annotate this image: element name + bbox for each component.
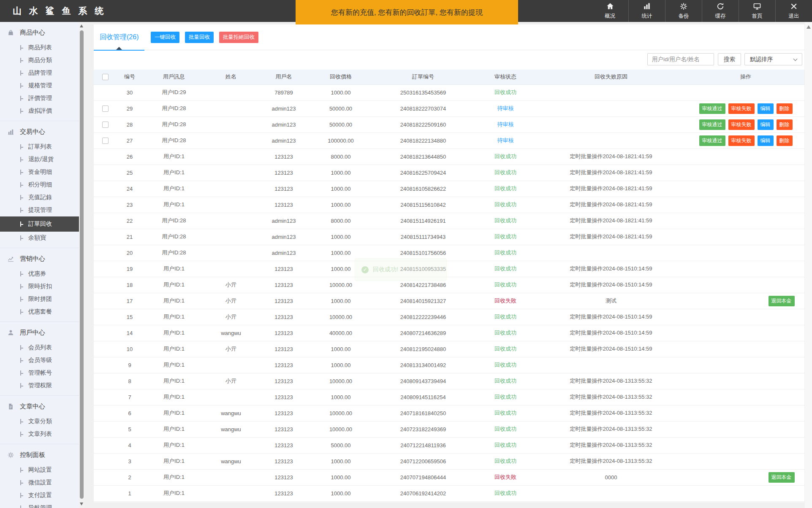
sidebar-item-商品分類[interactable]: 商品分類 — [0, 54, 79, 67]
sidebar-item-规格管理[interactable]: 规格管理 — [0, 79, 79, 92]
status-badge: 回收成功 — [476, 181, 535, 197]
one-key-recycle-button[interactable]: 一键回收 — [151, 32, 179, 43]
scroll-down-icon[interactable] — [80, 503, 83, 505]
sidebar-item-微信設置[interactable]: 微信設置 — [0, 476, 79, 489]
reject-button[interactable]: 审核失败 — [728, 135, 755, 146]
fail-reason: 测试 — [535, 293, 687, 309]
sidebar-item-积分明细[interactable]: 积分明细 — [0, 178, 79, 191]
reject-button[interactable]: 审核失败 — [728, 103, 755, 114]
edit-button[interactable]: 编辑 — [758, 103, 774, 114]
status-badge: 回收成功 — [476, 197, 535, 213]
row-checkbox[interactable] — [102, 138, 109, 144]
user-info: 用户ID:1 — [142, 149, 206, 165]
fail-reason: 定时批量操作2024-08-1821:41:59 — [535, 213, 687, 229]
refund-principal-button[interactable]: 退回本金 — [769, 472, 795, 483]
sidebar-item-品牌管理[interactable]: 品牌管理 — [0, 67, 79, 79]
status-badge: 回收成功 — [476, 245, 535, 261]
sidebar-item-支付設置[interactable]: 支付設置 — [0, 489, 79, 502]
sidebar-item-导航管理[interactable]: 导航管理 — [0, 502, 79, 508]
product-icon — [7, 29, 14, 36]
sidebar-section-title[interactable]: 交易中心 — [0, 123, 79, 141]
sidebar-item-文章列表[interactable]: 文章列表 — [0, 428, 79, 440]
recycle-price: 1000.00 — [311, 181, 370, 197]
fail-reason: 定时批量操作2024-08-1510:14:59 — [535, 309, 687, 325]
table-row: 10用户ID:1小亓1231231000.00240812195024880回收… — [94, 341, 804, 357]
sidebar-item-充值記錄[interactable]: 充值記錄 — [0, 191, 79, 204]
refund-principal-button[interactable]: 退回本金 — [769, 296, 795, 306]
page-scrollbar[interactable] — [805, 22, 812, 508]
sidebar-item-文章分類[interactable]: 文章分類 — [0, 415, 79, 428]
sidebar-item-会员等级[interactable]: 会员等级 — [0, 354, 79, 367]
sidebar-item-会员列表[interactable]: 会员列表 — [0, 341, 79, 354]
sidebar-item-訂單回收[interactable]: 訂單回收 — [0, 216, 79, 232]
notification-banner[interactable]: 您有新的充值, 您有新的回收訂單, 您有新的提現 — [296, 0, 518, 24]
sidebar-item-提現管理[interactable]: 提現管理 — [0, 204, 79, 216]
row-id: 21 — [117, 229, 142, 245]
user-info: 用户ID:1 — [142, 421, 206, 437]
header-nav-label: 统计 — [642, 13, 652, 20]
sidebar-section-title[interactable]: 文章中心 — [0, 397, 79, 415]
delete-button[interactable]: 刪除 — [777, 135, 793, 146]
username: 123123 — [256, 357, 311, 373]
user-info: 用户ID:28 — [142, 213, 206, 229]
fail-reason: 定时批量操作2024-08-1510:14:59 — [535, 277, 687, 293]
sidebar-item-訂單列表[interactable]: 訂單列表 — [0, 141, 79, 153]
row-checkbox[interactable] — [102, 105, 109, 112]
tree-branch-icon — [20, 383, 24, 388]
header-nav-缓存[interactable]: 缓存 — [702, 0, 739, 22]
sidebar-item-管理权限[interactable]: 管理权限 — [0, 379, 79, 392]
row-actions — [687, 213, 804, 229]
sidebar-item-商品列表[interactable]: 商品列表 — [0, 41, 79, 54]
sidebar-section-title[interactable]: 营销中心 — [0, 250, 79, 268]
sidebar-section-title[interactable]: 商品中心 — [0, 24, 79, 41]
article-icon — [7, 403, 14, 410]
header-nav-退出[interactable]: 退出 — [775, 0, 812, 22]
sidebar-scrollbar-thumb[interactable] — [80, 30, 84, 499]
sidebar-section-title[interactable]: 控制面板 — [0, 446, 79, 464]
search-input[interactable] — [647, 53, 714, 65]
header-nav-统计[interactable]: 统计 — [628, 0, 665, 22]
username: admin123 — [256, 229, 311, 245]
sidebar-item-評價管理[interactable]: 評價管理 — [0, 92, 79, 105]
row-checkbox[interactable] — [102, 122, 109, 128]
sidebar-item-优惠套餐[interactable]: 优惠套餐 — [0, 305, 79, 318]
batch-recycle-button[interactable]: 批量回收 — [185, 32, 214, 43]
sidebar-item-优惠券[interactable]: 优惠券 — [0, 268, 79, 280]
table-row: 1用户ID:11231231000.00240706192414202回收成功 — [94, 485, 804, 501]
fail-reason: 0000 — [535, 469, 687, 485]
edit-button[interactable]: 编辑 — [758, 135, 774, 146]
sidebar-item-虚拟評價[interactable]: 虚拟評價 — [0, 105, 79, 117]
sidebar-item-限时拼团[interactable]: 限时拼团 — [0, 293, 79, 305]
tab-recycle-management[interactable]: 回收管理(26) — [94, 24, 144, 50]
header-nav-备份[interactable]: 备份 — [665, 0, 702, 22]
sort-select[interactable]: 默認排序 — [744, 53, 802, 65]
tree-branch-icon — [20, 182, 24, 187]
sidebar-item-余額寶[interactable]: 余額寶 — [0, 232, 79, 244]
username: 123123 — [256, 149, 311, 165]
row-id: 29 — [117, 100, 142, 116]
select-all-checkbox[interactable] — [102, 74, 109, 80]
sidebar-scrollbar[interactable] — [79, 22, 84, 508]
delete-button[interactable]: 刪除 — [777, 103, 793, 114]
sidebar-menu: 商品中心商品列表商品分類品牌管理规格管理評價管理虚拟評價交易中心訂單列表退款/退… — [0, 22, 79, 508]
row-select-cell — [94, 197, 117, 213]
approve-button[interactable]: 审核通过 — [699, 103, 725, 114]
edit-button[interactable]: 编辑 — [758, 119, 774, 130]
approve-button[interactable]: 审核通过 — [699, 119, 725, 130]
scroll-up-icon[interactable] — [80, 24, 83, 27]
sidebar-item-退款/退貨[interactable]: 退款/退貨 — [0, 153, 79, 166]
search-button[interactable]: 搜索 — [718, 53, 741, 65]
sidebar-item-网站設置[interactable]: 网站設置 — [0, 464, 79, 476]
approve-button[interactable]: 审核通过 — [699, 135, 725, 146]
delete-button[interactable]: 刪除 — [777, 119, 793, 130]
scroll-up-icon[interactable] — [807, 25, 811, 29]
sidebar-item-管理帐号[interactable]: 管理帐号 — [0, 367, 79, 379]
header-nav-概况[interactable]: 概况 — [592, 0, 628, 22]
sidebar-section-title[interactable]: 用戶中心 — [0, 324, 79, 341]
sidebar-item-资金明细[interactable]: 资金明细 — [0, 166, 79, 178]
batch-reject-recycle-button[interactable]: 批量拒絕回收 — [219, 32, 258, 43]
reject-button[interactable]: 审核失败 — [728, 119, 755, 130]
real-name — [206, 229, 256, 245]
sidebar-item-限時折扣[interactable]: 限時折扣 — [0, 280, 79, 293]
header-nav-首頁[interactable]: 首頁 — [739, 0, 775, 22]
